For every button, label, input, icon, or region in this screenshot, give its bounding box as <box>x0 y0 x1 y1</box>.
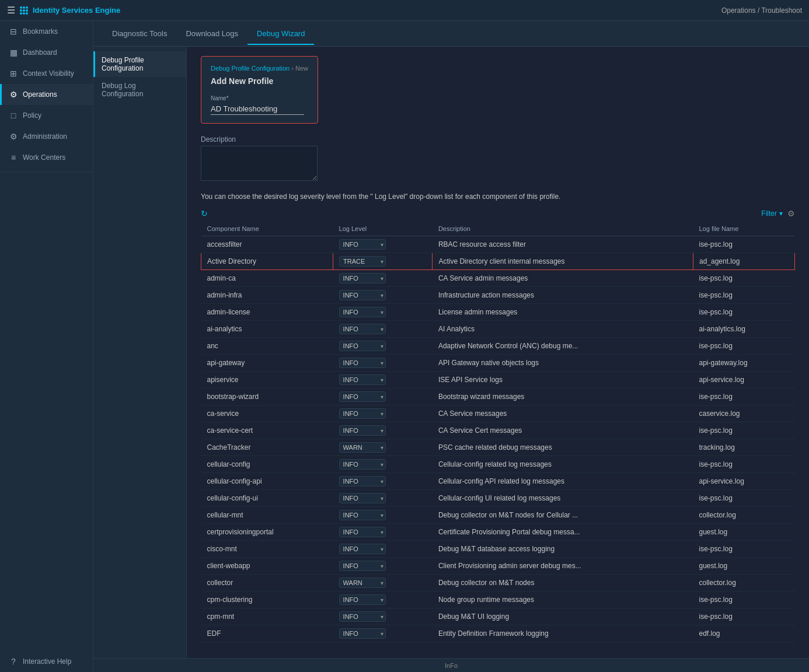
log-level-select[interactable]: FATALERRORWARNINFODEBUGTRACE <box>339 459 386 470</box>
log-level-select[interactable]: FATALERRORWARNINFODEBUGTRACE <box>339 611 386 622</box>
description-textarea[interactable] <box>201 146 318 181</box>
filter-button[interactable]: Filter ▾ <box>761 209 783 218</box>
cell-log-level[interactable]: FATALERRORWARNINFODEBUGTRACE <box>333 303 433 320</box>
log-level-select[interactable]: FATALERRORWARNINFODEBUGTRACE <box>339 578 386 588</box>
log-level-hint: You can choose the desired log severity … <box>201 192 795 202</box>
cell-log-level[interactable]: FATALERRORWARNINFODEBUGTRACE <box>333 388 433 405</box>
log-level-select[interactable]: FATALERRORWARNINFODEBUGTRACE <box>339 510 386 520</box>
sidebar-item-operations[interactable]: ⚙ Operations <box>0 84 93 105</box>
cell-log-level[interactable]: FATALERRORWARNINFODEBUGTRACE <box>333 354 433 371</box>
table-row: api-gatewayFATALERRORWARNINFODEBUGTRACEA… <box>201 354 795 371</box>
table-row: accessfilterFATALERRORWARNINFODEBUGTRACE… <box>201 236 795 253</box>
sidebar: ⊟ Bookmarks ▦ Dashboard ⊞ Context Visibi… <box>0 21 93 672</box>
breadcrumb-link[interactable]: Debug Profile Configuration <box>211 65 290 72</box>
cell-log-file: ise-psc.log <box>693 303 794 320</box>
cell-description: Cellular-config related log messages <box>433 456 693 473</box>
components-table: Component Name Log Level Description Log… <box>201 222 795 642</box>
sidebar-item-work-centers[interactable]: ≡ Work Centers <box>0 147 93 168</box>
cell-log-level[interactable]: FATALERRORWARNINFODEBUGTRACE <box>333 236 433 253</box>
cell-log-file: ad_agent.log <box>693 253 794 270</box>
cell-log-level[interactable]: FATALERRORWARNINFODEBUGTRACE <box>333 608 433 625</box>
log-level-select[interactable]: FATALERRORWARNINFODEBUGTRACE <box>339 290 386 300</box>
cell-description: CA Service Cert messages <box>433 422 693 439</box>
log-level-select[interactable]: FATALERRORWARNINFODEBUGTRACE <box>339 256 386 267</box>
cell-component-name: collector <box>201 574 333 591</box>
log-level-select[interactable]: FATALERRORWARNINFODEBUGTRACE <box>339 307 386 317</box>
cell-log-level[interactable]: FATALERRORWARNINFODEBUGTRACE <box>333 422 433 439</box>
cell-log-level[interactable]: FATALERRORWARNINFODEBUGTRACE <box>333 506 433 523</box>
cell-log-file: ise-psc.log <box>693 236 794 253</box>
log-level-select[interactable]: FATALERRORWARNINFODEBUGTRACE <box>339 273 386 284</box>
hamburger-icon[interactable]: ☰ <box>7 5 15 16</box>
cell-description: CA Service messages <box>433 405 693 422</box>
sidebar-item-bookmarks[interactable]: ⊟ Bookmarks <box>0 21 93 42</box>
cell-log-level[interactable]: FATALERRORWARNINFODEBUGTRACE <box>333 286 433 303</box>
cell-log-level[interactable]: FATALERRORWARNINFODEBUGTRACE <box>333 371 433 388</box>
interactive-help-icon: ? <box>9 657 18 666</box>
cell-log-file: collector.log <box>693 574 794 591</box>
cell-description: AI Analytics <box>433 320 693 337</box>
name-input[interactable] <box>211 103 304 115</box>
app-title: Identity Services Engine <box>33 6 120 15</box>
log-level-select[interactable]: FATALERRORWARNINFODEBUGTRACE <box>339 476 386 487</box>
settings-icon[interactable]: ⚙ <box>787 209 795 218</box>
cell-component-name: cellular-config-ui <box>201 489 333 506</box>
cell-log-level[interactable]: FATALERRORWARNINFODEBUGTRACE <box>333 625 433 642</box>
log-level-select[interactable]: FATALERRORWARNINFODEBUGTRACE <box>339 239 386 250</box>
subnav-debug-profile-config[interactable]: Debug Profile Configuration <box>93 51 186 77</box>
cell-log-level[interactable]: FATALERRORWARNINFODEBUGTRACE <box>333 439 433 456</box>
log-level-select[interactable]: FATALERRORWARNINFODEBUGTRACE <box>339 425 386 436</box>
cell-description: License admin messages <box>433 303 693 320</box>
cell-component-name: cisco-mnt <box>201 540 333 557</box>
table-row: cellular-config-apiFATALERRORWARNINFODEB… <box>201 473 795 489</box>
tab-diagnostic-tools[interactable]: Diagnostic Tools <box>103 23 176 45</box>
subnav-debug-log-config[interactable]: Debug Log Configuration <box>93 77 186 103</box>
cell-log-level[interactable]: FATALERRORWARNINFODEBUGTRACE <box>333 557 433 574</box>
refresh-icon[interactable]: ↻ <box>201 209 208 218</box>
tab-debug-wizard[interactable]: Debug Wizard <box>247 23 314 45</box>
log-level-select[interactable]: FATALERRORWARNINFODEBUGTRACE <box>339 594 386 605</box>
log-level-select[interactable]: FATALERRORWARNINFODEBUGTRACE <box>339 391 386 402</box>
cell-log-level[interactable]: FATALERRORWARNINFODEBUGTRACE <box>333 473 433 489</box>
cell-description: Cellular-config API related log messages <box>433 473 693 489</box>
filter-label: Filter <box>761 209 777 218</box>
log-level-select[interactable]: FATALERRORWARNINFODEBUGTRACE <box>339 341 386 351</box>
sidebar-item-interactive-help[interactable]: ? Interactive Help <box>0 651 93 672</box>
cell-log-level[interactable]: FATALERRORWARNINFODEBUGTRACE <box>333 456 433 473</box>
cell-log-level[interactable]: FATALERRORWARNINFODEBUGTRACE <box>333 523 433 540</box>
log-level-select[interactable]: FATALERRORWARNINFODEBUGTRACE <box>339 561 386 571</box>
log-level-select[interactable]: FATALERRORWARNINFODEBUGTRACE <box>339 358 386 368</box>
context-visibility-icon: ⊞ <box>9 69 18 78</box>
log-level-select[interactable]: FATALERRORWARNINFODEBUGTRACE <box>339 544 386 554</box>
log-level-select[interactable]: FATALERRORWARNINFODEBUGTRACE <box>339 628 386 639</box>
sidebar-item-policy[interactable]: □ Policy <box>0 105 93 126</box>
log-level-select[interactable]: FATALERRORWARNINFODEBUGTRACE <box>339 324 386 334</box>
cell-log-level[interactable]: FATALERRORWARNINFODEBUGTRACE <box>333 489 433 506</box>
log-level-select[interactable]: FATALERRORWARNINFODEBUGTRACE <box>339 442 386 453</box>
table-row: ca-service-certFATALERRORWARNINFODEBUGTR… <box>201 422 795 439</box>
table-row: cisco-mntFATALERRORWARNINFODEBUGTRACEDeb… <box>201 540 795 557</box>
cell-description: Debug collector on M&T nodes for Cellula… <box>433 506 693 523</box>
cell-log-level[interactable]: FATALERRORWARNINFODEBUGTRACE <box>333 405 433 422</box>
top-navbar: ☰ Identity Services Engine Operations / … <box>0 0 809 21</box>
add-new-profile-title: Add New Profile <box>211 76 308 86</box>
cell-log-level[interactable]: FATALERRORWARNINFODEBUGTRACE <box>333 540 433 557</box>
log-level-select[interactable]: FATALERRORWARNINFODEBUGTRACE <box>339 374 386 385</box>
sidebar-divider <box>0 172 93 172</box>
cell-log-level[interactable]: FATALERRORWARNINFODEBUGTRACE <box>333 320 433 337</box>
sidebar-item-dashboard[interactable]: ▦ Dashboard <box>0 42 93 63</box>
log-level-select[interactable]: FATALERRORWARNINFODEBUGTRACE <box>339 527 386 537</box>
name-field-group: Name* <box>211 95 308 115</box>
log-level-select[interactable]: FATALERRORWARNINFODEBUGTRACE <box>339 408 386 419</box>
cell-log-level[interactable]: FATALERRORWARNINFODEBUGTRACE <box>333 270 433 286</box>
cell-log-level[interactable]: FATALERRORWARNINFODEBUGTRACE <box>333 574 433 591</box>
log-level-select[interactable]: FATALERRORWARNINFODEBUGTRACE <box>339 493 386 503</box>
cell-log-level[interactable]: FATALERRORWARNINFODEBUGTRACE <box>333 253 433 270</box>
sidebar-item-administration[interactable]: ⚙ Administration <box>0 126 93 147</box>
tab-download-logs[interactable]: Download Logs <box>176 23 247 45</box>
cell-log-level[interactable]: FATALERRORWARNINFODEBUGTRACE <box>333 591 433 608</box>
sidebar-item-context-visibility[interactable]: ⊞ Context Visibility <box>0 63 93 84</box>
cell-log-level[interactable]: FATALERRORWARNINFODEBUGTRACE <box>333 337 433 354</box>
cell-log-file: ise-psc.log <box>693 591 794 608</box>
cell-component-name: client-webapp <box>201 557 333 574</box>
